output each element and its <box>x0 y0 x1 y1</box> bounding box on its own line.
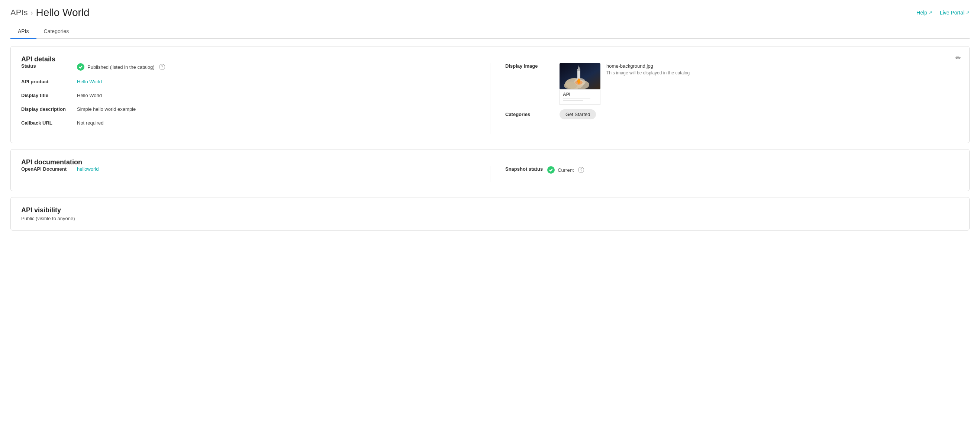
display-image-label: Display image <box>505 63 554 69</box>
svg-point-9 <box>575 80 582 85</box>
thumbnail-svg <box>560 63 600 89</box>
catalog-preview: API <box>560 89 600 105</box>
header-links: Help ↗ Live Portal ↗ <box>916 10 970 16</box>
display-title-label: Display title <box>21 92 77 98</box>
category-pill[interactable]: Get Started <box>560 109 596 119</box>
display-description-row: Display description Simple hello world e… <box>21 106 475 112</box>
api-product-row: API product Hello World <box>21 79 475 84</box>
callback-url-label: Callback URL <box>21 120 77 126</box>
external-link-icon: ↗ <box>929 10 932 15</box>
categories-section: Categories Get Started <box>505 109 959 119</box>
api-details-card: API details ✏ Status Published (listed i… <box>10 46 970 143</box>
callback-url-value: Not required <box>77 120 104 126</box>
status-row: Status Published (listed in the catalog)… <box>21 63 475 71</box>
catalog-preview-title: API <box>563 92 597 97</box>
edit-icon[interactable]: ✏ <box>956 54 961 62</box>
visibility-value: Public (visible to anyone) <box>21 216 959 221</box>
page-header: APIs › Hello World Help ↗ Live Portal ↗ <box>10 7 970 19</box>
api-documentation-title: API documentation <box>21 158 82 166</box>
callback-url-row: Callback URL Not required <box>21 120 475 126</box>
openapi-value[interactable]: helloworld <box>77 166 99 172</box>
page-wrapper: APIs › Hello World Help ↗ Live Portal ↗ … <box>0 0 980 441</box>
display-image-section: Display image <box>505 63 959 105</box>
snapshot-check-icon <box>547 166 555 174</box>
api-details-title: API details <box>21 56 56 63</box>
details-right: Display image <box>490 63 959 134</box>
api-product-value[interactable]: Hello World <box>77 79 102 84</box>
display-title-value: Hello World <box>77 92 102 98</box>
catalog-preview-line2 <box>563 100 583 101</box>
api-documentation-card: API documentation OpenAPI Document hello… <box>10 149 970 191</box>
tab-categories[interactable]: Categories <box>37 24 76 39</box>
doc-left: OpenAPI Document helloworld <box>21 166 490 182</box>
live-portal-label: Live Portal <box>940 10 964 16</box>
details-left: Status Published (listed in the catalog)… <box>21 63 490 134</box>
status-label: Status <box>21 63 77 69</box>
image-filename: home-background.jpg <box>606 63 959 69</box>
api-visibility-title: API visibility <box>21 206 61 214</box>
doc-right: Snapshot status Current ? <box>490 166 959 182</box>
snapshot-row: Snapshot status Current ? <box>505 166 944 174</box>
status-value: Published (listed in the catalog) <box>88 64 155 70</box>
image-thumbnail <box>560 63 600 89</box>
openapi-label: OpenAPI Document <box>21 166 77 172</box>
snapshot-status: Current ? <box>547 166 584 174</box>
status-help-icon[interactable]: ? <box>159 64 165 70</box>
snapshot-status-value: Current <box>558 167 574 173</box>
api-visibility-card: API visibility Public (visible to anyone… <box>10 197 970 231</box>
api-product-label: API product <box>21 79 77 84</box>
live-portal-link[interactable]: Live Portal ↗ <box>940 10 970 16</box>
image-caption: This image will be displayed in the cata… <box>606 70 959 75</box>
display-title-row: Display title Hello World <box>21 92 475 98</box>
breadcrumb: APIs › Hello World <box>10 7 90 19</box>
snapshot-status-label: Snapshot status <box>505 166 543 172</box>
breadcrumb-chevron: › <box>30 9 33 17</box>
doc-grid: OpenAPI Document helloworld Snapshot sta… <box>21 166 959 182</box>
image-info: home-background.jpg This image will be d… <box>606 63 959 75</box>
status-badge: Published (listed in the catalog) ? <box>77 63 165 71</box>
breadcrumb-current: Hello World <box>36 7 89 19</box>
status-check-icon <box>77 63 84 71</box>
breadcrumb-apis[interactable]: APIs <box>10 8 27 18</box>
catalog-preview-line1 <box>563 99 590 99</box>
external-link-icon-2: ↗ <box>966 10 970 15</box>
image-container: API <box>560 63 600 105</box>
tab-apis[interactable]: APIs <box>10 24 37 39</box>
details-grid: Status Published (listed in the catalog)… <box>21 63 959 134</box>
categories-label: Categories <box>505 111 554 117</box>
openapi-row: OpenAPI Document helloworld <box>21 166 475 172</box>
display-description-value: Simple hello world example <box>77 106 136 112</box>
display-description-label: Display description <box>21 106 77 112</box>
help-link[interactable]: Help ↗ <box>916 10 932 16</box>
help-label: Help <box>916 10 927 16</box>
tabs: APIs Categories <box>10 24 970 39</box>
snapshot-help-icon[interactable]: ? <box>578 167 584 173</box>
